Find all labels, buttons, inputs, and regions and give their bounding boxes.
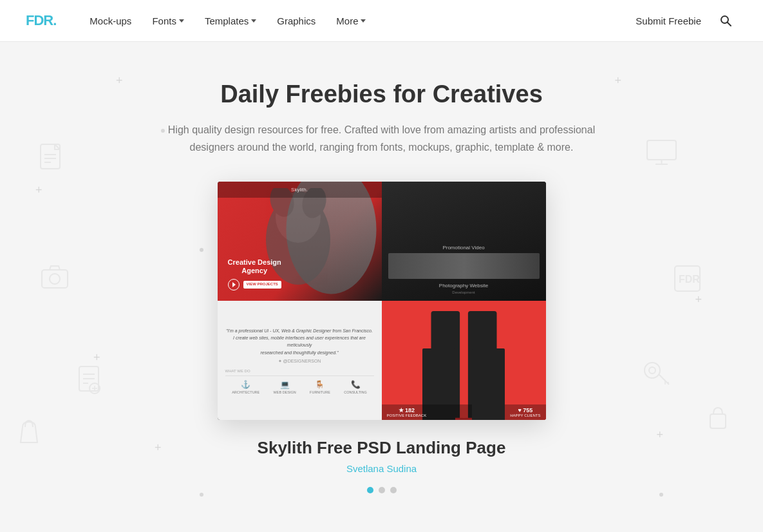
screenshot-grid: Skylith. Creative DesignAgency VIEW PROJ… xyxy=(218,182,546,420)
svg-rect-6 xyxy=(42,270,68,288)
carousel-dot-1[interactable] xyxy=(367,487,373,493)
svg-point-21 xyxy=(645,363,660,378)
screenshot-tr: Promotional Video Photography Website De… xyxy=(382,182,546,301)
nav-graphics[interactable]: Graphics xyxy=(269,10,323,32)
legs-svg xyxy=(382,301,546,420)
deco-plus: + xyxy=(93,351,100,365)
deco-plus: + xyxy=(35,184,42,197)
deco-dot xyxy=(200,493,203,497)
search-icon xyxy=(719,14,732,27)
nav-right: Submit Freebie xyxy=(636,9,737,32)
nav-links: Mock-ups Fonts Templates Graphics More xyxy=(82,10,636,32)
chevron-down-icon xyxy=(251,19,256,23)
nav-more[interactable]: More xyxy=(328,10,373,32)
hero-subtitle: High quality design resources for free. … xyxy=(156,121,607,156)
screenshot-tl: Skylith. Creative DesignAgency VIEW PROJ… xyxy=(218,182,382,301)
deco-bag-icon xyxy=(16,415,42,448)
deco-plus: + xyxy=(155,441,162,455)
logo-dot: . xyxy=(53,12,56,28)
hero-section: + + + + + + + FDR xyxy=(0,42,763,531)
deco-note-icon xyxy=(74,364,109,399)
submit-freebie-link[interactable]: Submit Freebie xyxy=(636,15,701,26)
svg-line-1 xyxy=(728,23,731,26)
nav-fonts[interactable]: Fonts xyxy=(144,10,192,32)
legs-visual: ★ 182 POSITIVE FEEDBACK ♥ 755 HAPPY CLIE… xyxy=(382,301,546,420)
nav-templates[interactable]: Templates xyxy=(197,10,264,32)
search-button[interactable] xyxy=(714,9,737,32)
deco-fdr-icon: FDR xyxy=(670,261,705,296)
screenshot-br: ★ 182 POSITIVE FEEDBACK ♥ 755 HAPPY CLIE… xyxy=(382,301,546,420)
svg-rect-26 xyxy=(710,414,726,428)
carousel-dot-2[interactable] xyxy=(379,487,385,493)
svg-rect-33 xyxy=(467,311,496,420)
chevron-down-icon xyxy=(361,19,366,23)
card-image[interactable]: Skylith. Creative DesignAgency VIEW PROJ… xyxy=(218,182,546,420)
chevron-down-icon xyxy=(179,19,184,23)
svg-rect-2 xyxy=(41,144,60,169)
deco-plus: + xyxy=(656,428,663,442)
deco-dot xyxy=(659,493,663,497)
svg-rect-31 xyxy=(382,301,546,420)
main-nav: FDR. Mock-ups Fonts Templates Graphics M… xyxy=(0,0,763,42)
screenshot-bl: "I'm a professional UI - UX, Web & Graph… xyxy=(218,301,382,420)
featured-card: Skylith. Creative DesignAgency VIEW PROJ… xyxy=(13,182,750,519)
carousel-dot-3[interactable] xyxy=(390,487,397,493)
ss-tl-text: Creative DesignAgency VIEW PROJECTS xyxy=(228,258,281,290)
brand-logo[interactable]: FDR. xyxy=(26,12,56,29)
svg-rect-32 xyxy=(431,311,460,420)
logo-text: FDR xyxy=(26,12,53,28)
nav-mockups[interactable]: Mock-ups xyxy=(82,10,139,32)
svg-point-22 xyxy=(649,367,655,374)
deco-key-icon xyxy=(641,357,673,393)
deco-dot xyxy=(161,129,165,133)
hero-title: Daily Freebies for Creatives xyxy=(13,81,750,108)
deco-bag2-icon xyxy=(705,403,731,435)
deco-dot xyxy=(579,129,583,133)
deco-plus: + xyxy=(614,74,621,88)
deco-camera-icon xyxy=(39,261,71,293)
ss-tl-header: Skylith. xyxy=(218,182,382,198)
card-author[interactable]: Svetlana Sudina xyxy=(346,463,417,474)
deco-plus: + xyxy=(116,74,123,88)
deco-file-icon xyxy=(35,142,71,177)
card-title: Skylith Free PSD Landing Page xyxy=(258,438,506,458)
carousel-dots xyxy=(367,487,397,519)
svg-text:FDR: FDR xyxy=(679,274,700,285)
deco-dot xyxy=(200,248,203,252)
ss-tr-content: Promotional Video Photography Website De… xyxy=(382,182,546,301)
svg-point-7 xyxy=(50,274,60,284)
deco-monitor-icon xyxy=(644,135,679,171)
svg-rect-15 xyxy=(647,140,676,160)
